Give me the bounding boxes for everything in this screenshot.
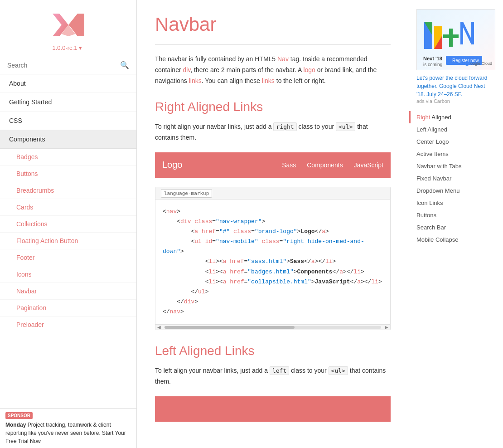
toc-item-search-bar[interactable]: Search Bar [409,221,502,234]
search-input[interactable] [7,62,120,69]
search-icon: 🔍 [120,61,129,69]
sidebar-item-cards[interactable]: Cards [0,199,136,216]
sponsor-company: Monday [5,422,26,428]
sidebar-item-breadcrumbs[interactable]: Breadcrumbs [0,182,136,199]
chevron-down-icon: ▾ [79,44,82,51]
intro-text: The navbar is fully contained by an HTML… [155,54,391,86]
section2: Left Aligned Links To left align your na… [155,344,391,422]
toc-item-mobile-collapse[interactable]: Mobile Collapse [409,234,502,246]
sidebar-item-fab[interactable]: Floating Action Button [0,233,136,249]
version-badge[interactable]: 1.0.0-rc.1 ▾ [53,44,84,51]
svg-text:is coming: is coming [423,62,442,67]
section1-title: Right Aligned Links [155,100,391,114]
sidebar-item-navbar[interactable]: Navbar [0,283,136,300]
demo-navbar-left [155,396,391,422]
code-line-8: </ul> [163,287,383,297]
code-line-5: <li><a href="sass.html">Sass</a></li> [163,257,383,267]
code-line-1: <nav> [163,207,383,217]
ads-via: ads via Carbon [416,98,495,104]
sidebar-item-getting-started[interactable]: Getting Started [0,93,136,112]
code-block: language-markup <nav> <div class="nav-wr… [155,187,391,330]
code-block-tag: language-markup [161,189,212,198]
scrollbar-track [164,326,381,329]
code-ul: <ul> [336,122,355,131]
sidebar-item-collections[interactable]: Collections [0,216,136,233]
section1-text: To right align your navbar links, just a… [155,122,391,143]
scrollbar-thumb[interactable] [164,326,295,329]
code-left: left [270,366,289,375]
links-link[interactable]: links [189,77,202,84]
ad-text: Let's power the cloud forward together. … [416,74,495,98]
toc-item-icon-links[interactable]: Icon Links [409,197,502,209]
demo-link-javascript[interactable]: JavaScript [354,161,383,169]
sidebar-item-icons[interactable]: Icons [0,266,136,283]
ad-graphic: Next '18 is coming Register now [420,13,492,67]
code-line-4: <ul id="nav-mobile" class="right hide-on… [163,237,383,257]
svg-text:Next '18: Next '18 [423,56,442,61]
toc-list: Right Aligned Left Aligned Center Logo A… [409,111,502,246]
toc-item-fixed-navbar[interactable]: Fixed Navbar [409,172,502,185]
sidebar-item-footer[interactable]: Footer [0,249,136,266]
toc-item-active-items[interactable]: Active Items [409,148,502,160]
demo-navbar-right: Logo Sass Components JavaScript [155,152,391,178]
code-line-10: </nav> [163,307,383,317]
nav-link[interactable]: Nav [277,55,289,63]
right-sidebar: Next '18 is coming Register now Google C… [409,0,502,448]
materialize-logo [46,9,91,41]
toc-item-navbar-tabs[interactable]: Navbar with Tabs [409,160,502,172]
code-block-body: <nav> <div class="nav-wrapper"> <a href=… [155,200,390,324]
demo-brand: Logo [162,160,282,170]
svg-rect-5 [443,34,459,38]
sidebar-item-preloader[interactable]: Preloader [0,317,136,333]
sidebar: 1.0.0-rc.1 ▾ 🔍 About Getting Started CSS… [0,0,137,448]
sidebar-item-about[interactable]: About [0,74,136,93]
ad-link[interactable]: Let's power the cloud forward together. … [416,75,487,97]
logo-link[interactable]: logo [303,66,315,73]
toc-item-dropdown-menu[interactable]: Dropdown Menu [409,185,502,197]
toc-item-center-logo[interactable]: Center Logo [409,136,502,148]
code-line-2: <div class="nav-wrapper"> [163,217,383,227]
search-container: 🔍 [0,56,136,74]
toc-item-buttons[interactable]: Buttons [409,209,502,221]
code-ul2: <ul> [329,366,348,375]
ad-box: Next '18 is coming Register now Google C… [409,9,502,104]
sponsor-text: Monday Project tracking, teamwork & clie… [5,421,131,445]
sponsor-label: SPONSOR [5,412,33,419]
ad-image: Next '18 is coming Register now Google C… [416,9,495,70]
sidebar-item-css[interactable]: CSS [0,112,136,130]
section2-text: To left align your navbar links, just ad… [155,365,391,387]
components-header: Components [0,130,136,149]
sponsor-bar: SPONSOR Monday Project tracking, teamwor… [0,408,136,448]
scroll-left-icon[interactable]: ◀ [155,325,163,330]
code-line-6: <li><a href="badges.html">Components</a>… [163,267,383,277]
search-button[interactable]: 🔍 [120,61,129,69]
scroll-right-icon[interactable]: ▶ [383,325,390,330]
sidebar-nav: About Getting Started CSS Components Bad… [0,74,136,408]
code-scrollbar: ◀ ▶ [155,324,390,330]
main-content: Navbar The navbar is fully contained by … [137,0,409,448]
code-line-9: </div> [163,297,383,307]
demo-navbar-links: Sass Components JavaScript [282,161,383,169]
sidebar-item-pagination[interactable]: Pagination [0,300,136,317]
demo-link-sass[interactable]: Sass [282,161,296,169]
sidebar-item-buttons[interactable]: Buttons [0,166,136,182]
div-link[interactable]: div [183,66,190,73]
code-line-3: <a href="#" class="brand-logo">Logo</a> [163,227,383,237]
links-link2[interactable]: links [262,77,275,84]
sidebar-item-badges[interactable]: Badges [0,149,136,166]
toc-item-left-aligned[interactable]: Left Aligned [409,123,502,136]
section2-title: Left Aligned Links [155,344,391,358]
code-line-7: <li><a href="collapsible.html">JavaScrip… [163,277,383,287]
sidebar-logo: 1.0.0-rc.1 ▾ [0,0,136,56]
toc-item-right-aligned[interactable]: Right Aligned [409,111,502,123]
code-block-header: language-markup [155,187,390,200]
page-title: Navbar [155,14,391,45]
demo-link-components[interactable]: Components [307,161,343,169]
code-right: right [273,122,296,131]
